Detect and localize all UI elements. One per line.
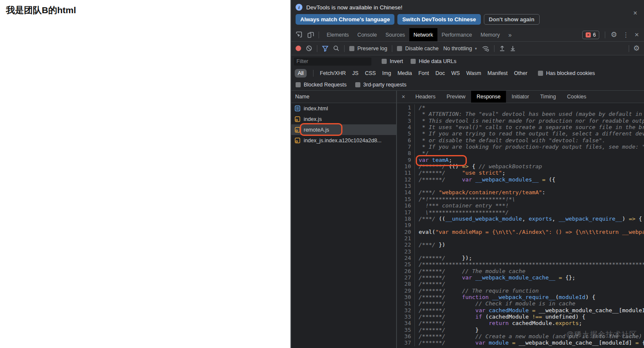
code-line: 9var teamA;	[397, 157, 644, 163]
line-number: 1	[397, 104, 415, 111]
line-number: 34	[397, 320, 415, 326]
request-name: index.html	[304, 106, 328, 112]
filter-chip-all[interactable]: All	[295, 69, 307, 78]
filter-chip-js[interactable]: JS	[352, 70, 359, 76]
tab-sources[interactable]: Sources	[381, 28, 409, 41]
line-number: 23	[397, 248, 415, 255]
filter-chip-fetch-xhr[interactable]: Fetch/XHR	[320, 70, 346, 76]
preserve-log-label: Preserve log	[357, 46, 387, 52]
request-row-index-js-index-a120c1024a2d8[interactable]: index_js.index.a120c1024a2d8...	[291, 135, 396, 146]
record-button[interactable]	[296, 46, 301, 51]
request-row-remotea-js[interactable]: remoteA.js	[291, 124, 396, 135]
line-content: * If you are trying to read the output f…	[419, 130, 644, 137]
line-content: * ATTENTION: The "eval" devtool has been…	[419, 111, 644, 117]
line-number: 25	[397, 261, 415, 267]
detail-tab-timing[interactable]: Timing	[535, 91, 561, 103]
preserve-log-control[interactable]: Preserve log	[349, 46, 387, 52]
dont-show-again-button[interactable]: Don't show again	[484, 14, 540, 25]
error-icon: ×	[586, 32, 591, 37]
disable-cache-checkbox[interactable]	[397, 46, 402, 51]
filter-chip-doc[interactable]: Doc	[435, 70, 445, 76]
line-number: 36	[397, 333, 415, 339]
detail-tab-response[interactable]: Response	[471, 91, 506, 103]
hide-data-urls-control[interactable]: Hide data URLs	[411, 58, 456, 64]
line-number: 28	[397, 281, 415, 287]
network-conditions-icon[interactable]	[482, 45, 489, 52]
line-content: /*	[419, 104, 426, 111]
filter-chip-font[interactable]: Font	[418, 70, 429, 76]
detail-tab-initiator[interactable]: Initiator	[506, 91, 535, 103]
invert-control[interactable]: Invert	[382, 58, 403, 64]
tab-performance[interactable]: Performance	[437, 28, 477, 41]
line-number: 2	[397, 111, 415, 117]
network-settings-gear-icon[interactable]: ⚙	[633, 45, 640, 52]
throttling-dropdown[interactable]: No throttling ▾	[443, 46, 477, 52]
filter-chip-other[interactable]: Other	[514, 70, 527, 76]
tab-elements[interactable]: Elements	[322, 28, 353, 41]
device-toolbar-icon[interactable]	[307, 31, 314, 38]
tab-console[interactable]: Console	[353, 28, 381, 41]
throttling-value: No throttling	[443, 46, 472, 52]
close-devtools-icon[interactable]: ×	[635, 31, 639, 38]
preserve-log-checkbox[interactable]	[349, 46, 354, 51]
inspect-element-icon[interactable]	[296, 31, 303, 38]
detail-tab-cookies[interactable]: Cookies	[561, 91, 592, 103]
line-content: /***/ })	[419, 242, 446, 248]
detail-tab-preview[interactable]: Preview	[441, 91, 471, 103]
chevron-down-icon: ▾	[475, 46, 477, 51]
import-har-icon[interactable]	[499, 45, 505, 52]
tab-network[interactable]: Network	[409, 28, 437, 41]
line-number: 11	[397, 170, 415, 176]
close-detail-icon[interactable]: ×	[397, 91, 410, 103]
response-code-viewer[interactable]: 1/*2 * ATTENTION: The "eval" devtool has…	[397, 103, 644, 348]
detail-tabbar: × HeadersPreviewResponseInitiatorTimingC…	[397, 91, 644, 103]
clear-icon[interactable]	[306, 45, 312, 52]
request-name: index_js.index.a120c1024a2d8...	[304, 138, 382, 144]
filter-funnel-icon[interactable]	[322, 46, 328, 52]
filter-chip-img[interactable]: Img	[382, 70, 391, 76]
switch-devtools-chinese-button[interactable]: Switch DevTools to Chinese	[397, 14, 480, 25]
infobar-close-icon[interactable]: ×	[633, 9, 637, 17]
more-tabs-icon[interactable]: »	[504, 28, 516, 41]
line-number: 7	[397, 144, 415, 150]
has-blocked-cookies-control[interactable]: Has blocked cookies	[538, 70, 595, 76]
detail-tab-headers[interactable]: Headers	[410, 91, 441, 103]
third-party-checkbox[interactable]	[355, 82, 360, 87]
filter-chip-css[interactable]: CSS	[365, 70, 376, 76]
third-party-control[interactable]: 3rd-party requests	[355, 82, 406, 88]
invert-checkbox[interactable]	[382, 59, 387, 64]
tab-memory[interactable]: Memory	[476, 28, 504, 41]
always-match-language-button[interactable]: Always match Chrome's language	[296, 14, 394, 25]
line-content: * This devtool is neither made for produ…	[419, 118, 644, 124]
line-content: var teamA;	[419, 157, 452, 163]
settings-gear-icon[interactable]: ⚙	[611, 31, 617, 38]
divider	[392, 45, 392, 52]
detail-tabs: HeadersPreviewResponseInitiatorTimingCoo…	[410, 91, 592, 103]
blocked-requests-control[interactable]: Blocked Requests	[296, 82, 347, 88]
code-line: 25/*************************************…	[397, 261, 644, 267]
code-line: 30/******/ function __webpack_require__(…	[397, 294, 644, 300]
line-number: 20	[397, 229, 415, 235]
filter-chip-wasm[interactable]: Wasm	[466, 70, 481, 76]
line-number: 5	[397, 130, 415, 137]
name-column-header[interactable]: Name	[291, 91, 396, 103]
request-row-index-js[interactable]: index.js	[291, 114, 396, 124]
has-blocked-cookies-checkbox[interactable]	[538, 71, 543, 76]
error-badge[interactable]: × 6	[582, 31, 599, 39]
export-har-icon[interactable]	[510, 45, 516, 52]
filter-chip-ws[interactable]: WS	[451, 70, 460, 76]
line-number: 18	[397, 216, 415, 222]
request-row-index-html[interactable]: index.html	[291, 103, 396, 114]
filter-chip-manifest[interactable]: Manifest	[488, 70, 508, 76]
search-icon[interactable]	[333, 45, 339, 52]
kebab-menu-icon[interactable]: ⋮	[623, 32, 629, 38]
blocked-requests-checkbox[interactable]	[296, 82, 301, 87]
filter-input[interactable]	[294, 58, 371, 66]
disable-cache-control[interactable]: Disable cache	[397, 46, 439, 52]
line-number: 17	[397, 209, 415, 216]
filter-chip-media[interactable]: Media	[397, 70, 412, 76]
line-content: /***/ "webpack/container/entry/teamA":	[419, 189, 545, 196]
hide-data-urls-checkbox[interactable]	[411, 59, 416, 64]
code-line: 5 * If you are trying to read the output…	[397, 130, 644, 137]
code-line: 12/******/ var __webpack_modules__ = ({	[397, 176, 644, 183]
